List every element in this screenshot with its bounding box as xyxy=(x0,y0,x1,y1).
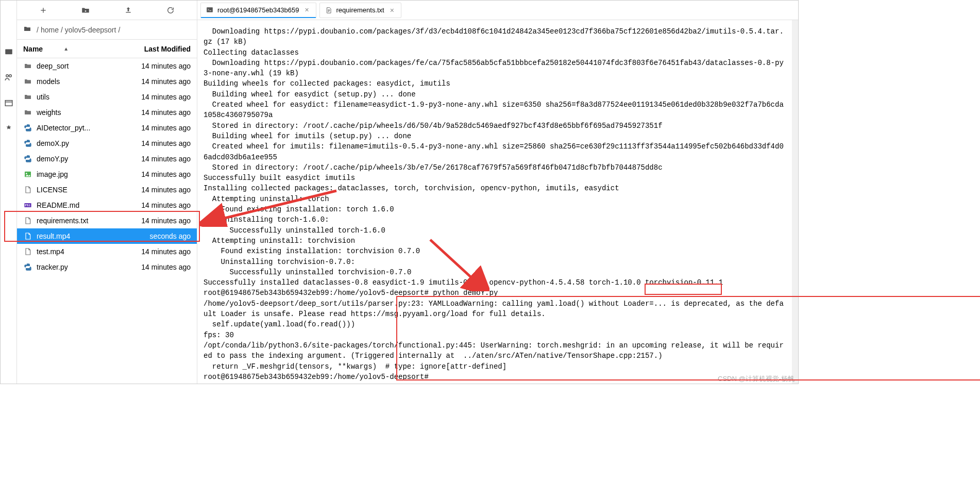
file-modified: seconds ago xyxy=(124,232,191,240)
breadcrumb-sep: / xyxy=(37,26,39,34)
file-row-demox-py[interactable]: demoX.py14 minutes ago xyxy=(17,136,197,151)
extension-rail-icon[interactable] xyxy=(4,124,13,134)
file-name: image.jpg xyxy=(37,170,124,178)
file-name: tracker.py xyxy=(37,263,124,271)
svg-point-1 xyxy=(6,75,8,77)
file-modified: 14 minutes ago xyxy=(124,93,191,101)
tab-requirements-txt[interactable]: requirements.txt× xyxy=(319,3,401,18)
file-row-aidetector-pyt---[interactable]: AIDetector_pyt...14 minutes ago xyxy=(17,120,197,136)
sort-caret-icon: ▲ xyxy=(63,46,69,52)
file-icon xyxy=(23,216,32,225)
file-row-result-mp4[interactable]: result.mp4seconds ago xyxy=(17,228,197,244)
file-list: deep_sort14 minutes agomodels14 minutes … xyxy=(17,58,197,384)
file-row-weights[interactable]: weights14 minutes ago xyxy=(17,105,197,120)
markdown-icon xyxy=(23,201,32,210)
file-name: weights xyxy=(37,108,124,117)
terminal-icon xyxy=(206,6,213,13)
file-modified: 14 minutes ago xyxy=(124,186,191,194)
breadcrumb[interactable]: / home / yolov5-deepsort / xyxy=(17,20,197,40)
file-list-header: Name ▲ Last Modified xyxy=(17,40,197,58)
folder-icon xyxy=(23,108,32,117)
tab-root-61948675eb343b659[interactable]: root@61948675eb343b659× xyxy=(200,3,316,18)
file-icon xyxy=(23,185,32,194)
file-row-readme-md[interactable]: README.md14 minutes ago xyxy=(17,197,197,213)
file-modified: 14 minutes ago xyxy=(124,217,191,225)
file-modified: 14 minutes ago xyxy=(124,108,191,117)
folder-icon xyxy=(23,77,32,86)
file-icon xyxy=(325,7,332,14)
svg-point-11 xyxy=(26,173,27,174)
file-name: models xyxy=(37,77,124,86)
svg-rect-13 xyxy=(207,7,213,12)
people-rail-icon[interactable] xyxy=(4,73,13,82)
file-name: test.mp4 xyxy=(37,247,124,256)
file-name: deep_sort xyxy=(37,62,124,70)
file-modified: 14 minutes ago xyxy=(124,170,191,178)
file-row-utils[interactable]: utils14 minutes ago xyxy=(17,89,197,105)
file-row-tracker-py[interactable]: tracker.py14 minutes ago xyxy=(17,259,197,275)
breadcrumb-sep: / xyxy=(118,26,120,34)
header-modified[interactable]: Last Modified xyxy=(124,45,191,53)
python-icon xyxy=(23,154,32,163)
file-modified: 14 minutes ago xyxy=(124,124,191,132)
svg-rect-0 xyxy=(5,49,12,55)
file-name: demoX.py xyxy=(37,139,124,147)
file-row-deep-sort[interactable]: deep_sort14 minutes ago xyxy=(17,58,197,74)
file-icon xyxy=(23,231,32,241)
file-name: demoY.py xyxy=(37,155,124,163)
close-icon[interactable]: × xyxy=(303,6,311,13)
file-row-image-jpg[interactable]: image.jpg14 minutes ago xyxy=(17,167,197,182)
header-name[interactable]: Name ▲ xyxy=(23,45,124,53)
folder-icon xyxy=(23,61,32,71)
refresh-button[interactable] xyxy=(164,4,177,16)
file-modified: 14 minutes ago xyxy=(124,62,191,70)
image-icon xyxy=(23,170,32,179)
file-icon xyxy=(23,247,32,256)
svg-rect-9 xyxy=(126,12,130,12)
file-name: utils xyxy=(37,93,124,101)
editor-tabs: root@61948675eb343b659×requirements.txt× xyxy=(197,1,798,20)
tab-label: requirements.txt xyxy=(336,6,384,14)
tab-label: root@61948675eb343b659 xyxy=(217,6,299,14)
terminal-output[interactable]: Downloading https://pypi.doubanio.com/pa… xyxy=(197,20,798,384)
watermark: CSDN @计算机视觉-杨帆 xyxy=(718,374,795,384)
file-name: AIDetector_pyt... xyxy=(37,124,124,132)
file-row-license[interactable]: LICENSE14 minutes ago xyxy=(17,182,197,197)
file-row-test-mp4[interactable]: test.mp414 minutes ago xyxy=(17,244,197,259)
folder-icon xyxy=(23,92,32,102)
file-modified: 14 minutes ago xyxy=(124,263,191,271)
window-rail-icon[interactable] xyxy=(4,98,13,108)
file-row-requirements-txt[interactable]: requirements.txt14 minutes ago xyxy=(17,213,197,228)
folder-rail-icon[interactable] xyxy=(4,47,13,56)
python-icon xyxy=(23,139,32,148)
file-modified: 14 minutes ago xyxy=(124,77,191,86)
svg-point-2 xyxy=(9,75,11,77)
file-name: README.md xyxy=(37,201,124,209)
breadcrumb-dir[interactable]: yolov5-deepsort xyxy=(65,26,116,34)
file-name: requirements.txt xyxy=(37,217,124,225)
breadcrumb-home[interactable]: home xyxy=(41,26,59,34)
folder-icon xyxy=(23,25,31,35)
file-toolbar xyxy=(17,1,197,20)
file-modified: 14 minutes ago xyxy=(124,155,191,163)
close-icon[interactable]: × xyxy=(388,7,396,14)
main-panel: root@61948675eb343b659×requirements.txt×… xyxy=(197,1,798,384)
new-file-button[interactable] xyxy=(37,4,49,16)
file-name: LICENSE xyxy=(37,186,124,194)
new-folder-button[interactable] xyxy=(79,4,92,16)
file-modified: 14 minutes ago xyxy=(124,247,191,256)
python-icon xyxy=(23,123,32,133)
activity-bar xyxy=(1,1,17,384)
breadcrumb-sep: / xyxy=(61,26,63,34)
python-icon xyxy=(23,262,32,272)
file-modified: 14 minutes ago xyxy=(124,201,191,209)
file-browser-sidebar: / home / yolov5-deepsort / Name ▲ Last M… xyxy=(17,1,197,384)
file-row-demoy-py[interactable]: demoY.py14 minutes ago xyxy=(17,151,197,167)
file-modified: 14 minutes ago xyxy=(124,139,191,147)
file-row-models[interactable]: models14 minutes ago xyxy=(17,74,197,89)
svg-rect-3 xyxy=(5,101,12,106)
upload-button[interactable] xyxy=(122,4,134,16)
file-name: result.mp4 xyxy=(37,232,124,240)
